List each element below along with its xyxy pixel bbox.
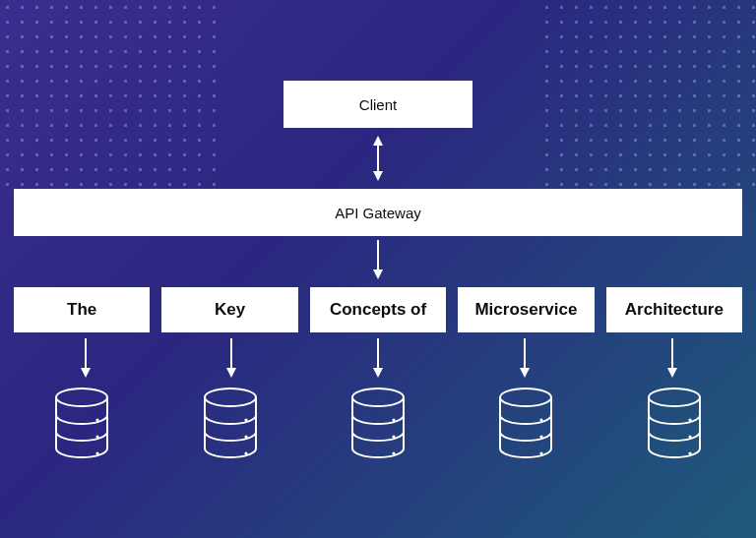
- arrow-down-icon: [224, 338, 238, 378]
- svg-point-33: [688, 435, 691, 438]
- arrow-down-icon: [518, 338, 532, 378]
- service-box-1: The: [14, 287, 150, 332]
- decorative-dots-left: [0, 0, 217, 197]
- database-slot: [161, 388, 297, 458]
- svg-point-29: [540, 435, 543, 438]
- svg-point-27: [500, 389, 551, 406]
- svg-point-20: [244, 418, 247, 421]
- client-label: Client: [359, 96, 397, 113]
- svg-marker-6: [81, 368, 91, 378]
- svg-point-24: [392, 418, 395, 421]
- database-slot: [458, 388, 594, 458]
- database-icon: [201, 388, 260, 458]
- svg-point-25: [392, 435, 395, 438]
- svg-marker-10: [373, 368, 383, 378]
- arrow-down-icon: [371, 338, 385, 378]
- database-icon: [645, 388, 704, 458]
- svg-point-17: [96, 435, 99, 438]
- database-icon: [348, 388, 408, 458]
- service-box-4: Microservice: [458, 287, 594, 332]
- svg-marker-8: [226, 368, 236, 378]
- database-icon: [496, 388, 555, 458]
- arrow-down-icon: [371, 240, 385, 279]
- arrow-down-icon: [79, 338, 93, 378]
- service-label: Key: [215, 300, 245, 320]
- service-label: Microservice: [474, 300, 577, 320]
- api-gateway-label: API Gateway: [335, 205, 421, 221]
- database-slot: [14, 388, 150, 458]
- svg-point-15: [56, 389, 107, 406]
- service-label: Architecture: [625, 300, 724, 320]
- svg-point-26: [392, 451, 395, 454]
- svg-marker-2: [373, 171, 383, 181]
- service-box-2: Key: [161, 287, 297, 332]
- svg-point-19: [205, 389, 256, 406]
- svg-marker-12: [520, 368, 530, 378]
- svg-point-23: [352, 389, 404, 406]
- service-box-5: Architecture: [606, 287, 742, 332]
- decorative-dots-right: [539, 0, 756, 197]
- svg-marker-14: [667, 368, 677, 378]
- service-label: Concepts of: [330, 300, 426, 320]
- arrow-down-icon: [665, 338, 679, 378]
- double-arrow-icon: [371, 136, 385, 181]
- svg-point-16: [96, 418, 99, 421]
- database-row: [14, 388, 742, 458]
- svg-point-32: [688, 418, 691, 421]
- svg-point-18: [96, 451, 99, 454]
- api-gateway-box: API Gateway: [14, 189, 742, 236]
- svg-marker-4: [373, 269, 383, 279]
- svg-point-21: [244, 435, 247, 438]
- svg-point-28: [540, 418, 543, 421]
- svg-marker-1: [373, 136, 383, 146]
- svg-point-31: [649, 389, 700, 406]
- svg-point-22: [244, 451, 247, 454]
- service-row: The Key Concepts of Microservice Archite…: [14, 287, 742, 332]
- svg-point-34: [688, 451, 691, 454]
- client-box: Client: [284, 81, 472, 128]
- service-label: The: [67, 300, 96, 320]
- database-slot: [606, 388, 742, 458]
- service-box-3: Concepts of: [310, 287, 446, 332]
- database-slot: [310, 388, 446, 458]
- svg-point-30: [540, 451, 543, 454]
- database-icon: [52, 388, 111, 458]
